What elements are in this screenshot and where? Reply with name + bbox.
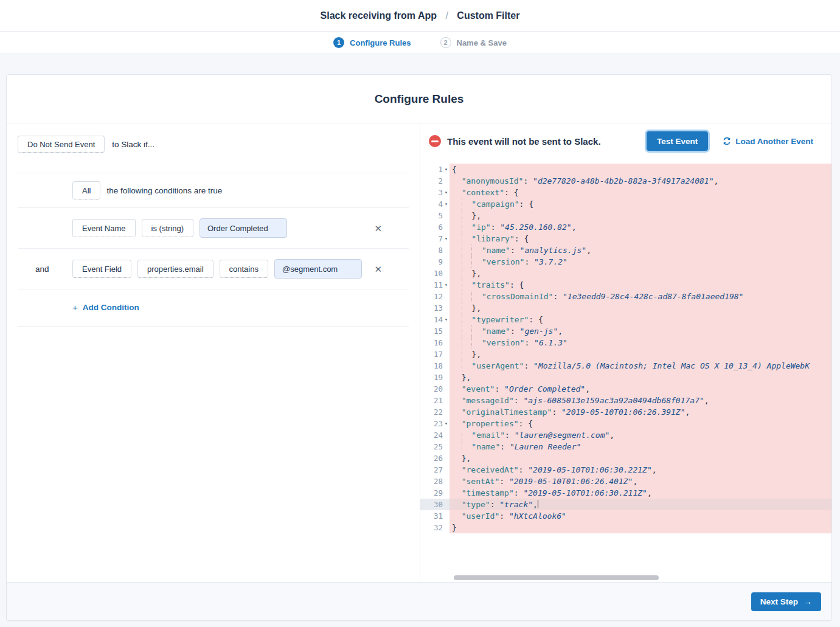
editor-line[interactable]: 1▾{ xyxy=(420,164,831,175)
code-line: { xyxy=(450,164,831,175)
line-number: 6 xyxy=(438,221,443,233)
fold-arrow-icon[interactable]: ▾ xyxy=(443,198,450,210)
code-line: "name": "gen-js", xyxy=(450,325,831,337)
card-footer: Next Step → xyxy=(7,582,831,620)
editor-line[interactable]: 15 "name": "gen-js", xyxy=(420,325,831,337)
step-2-circle: 2 xyxy=(440,37,451,48)
condition-2-operator-dropdown[interactable]: contains xyxy=(220,260,268,278)
editor-line[interactable]: 14▾ "typewriter": { xyxy=(420,314,831,325)
line-number: 31 xyxy=(434,510,443,522)
condition-2-remove-button[interactable]: ✕ xyxy=(373,263,383,275)
arrow-right-icon: → xyxy=(804,597,812,606)
condition-1-operator-dropdown[interactable]: is (string) xyxy=(142,219,193,237)
editor-line[interactable]: 21 "messageId": "ajs-6085013e159ac3a92a0… xyxy=(420,395,831,406)
fold-arrow-icon[interactable]: ▾ xyxy=(443,164,450,175)
text-cursor xyxy=(538,500,538,508)
code-line: "event": "Order Completed", xyxy=(450,383,831,395)
editor-line[interactable]: 13 }, xyxy=(420,302,831,314)
editor-line[interactable]: 8 "name": "analytics.js", xyxy=(420,244,831,256)
step-indicator-bar: 1 Configure Rules 2 Name & Save xyxy=(0,32,840,54)
editor-line[interactable]: 3▾ "context": { xyxy=(420,187,831,198)
step-configure-rules[interactable]: 1 Configure Rules xyxy=(333,37,411,48)
editor-line[interactable]: 23▾ "properties": { xyxy=(420,418,831,429)
fold-arrow-icon[interactable]: ▾ xyxy=(443,279,450,291)
fold-arrow-icon[interactable]: ▾ xyxy=(443,418,450,429)
editor-line[interactable]: 28 "sentAt": "2019-05-10T01:06:26.401Z", xyxy=(420,476,831,487)
editor-line[interactable]: 30 "type": "track", xyxy=(420,499,831,510)
code-line: }, xyxy=(450,452,831,464)
event-preview-panel: This event will not be sent to Slack. Te… xyxy=(420,123,831,582)
fold-arrow-icon[interactable]: ▾ xyxy=(443,233,450,244)
condition-1-value-input[interactable] xyxy=(200,218,287,238)
line-number: 30 xyxy=(434,499,443,510)
add-condition-button[interactable]: + Add Condition xyxy=(72,302,139,313)
editor-line[interactable]: 16 "version": "6.1.3" xyxy=(420,337,831,348)
editor-line[interactable]: 24 "email": "lauren@segment.com", xyxy=(420,429,831,441)
fold-arrow-icon[interactable]: ▾ xyxy=(443,187,450,198)
top-header-bar: Slack receiving from App / Custom Filter xyxy=(0,0,840,32)
code-line: "originalTimestamp": "2019-05-10T01:06:2… xyxy=(450,406,831,418)
code-line: }, xyxy=(450,210,831,221)
condition-row-2: and Event Field properties.email contain… xyxy=(18,248,409,289)
code-line: }, xyxy=(450,268,831,279)
line-number: 9 xyxy=(438,256,443,268)
card-title: Configure Rules xyxy=(7,75,831,123)
load-another-event-link[interactable]: Load Another Event xyxy=(723,137,813,146)
breadcrumb: Slack receiving from App / Custom Filter xyxy=(321,10,520,21)
line-number: 13 xyxy=(434,302,443,314)
line-number: 17 xyxy=(434,348,443,360)
line-number: 28 xyxy=(434,476,443,487)
line-number: 19 xyxy=(434,372,443,383)
condition-1-type-dropdown[interactable]: Event Name xyxy=(72,219,136,237)
filter-action-dropdown[interactable]: Do Not Send Event xyxy=(18,136,105,153)
load-another-event-label: Load Another Event xyxy=(735,137,813,146)
condition-2-field-dropdown[interactable]: properties.email xyxy=(137,260,213,278)
editor-line[interactable]: 18 "userAgent": "Mozilla/5.0 (Macintosh;… xyxy=(420,360,831,372)
editor-line[interactable]: 32} xyxy=(420,522,831,533)
editor-line[interactable]: 19 }, xyxy=(420,372,831,383)
line-number: 15 xyxy=(434,325,443,337)
line-number: 29 xyxy=(434,487,443,499)
editor-line[interactable]: 27 "receivedAt": "2019-05-10T01:06:30.22… xyxy=(420,464,831,476)
editor-line[interactable]: 20 "event": "Order Completed", xyxy=(420,383,831,395)
editor-line[interactable]: 10 }, xyxy=(420,268,831,279)
condition-2-value-input[interactable] xyxy=(274,259,362,279)
editor-line[interactable]: 12 "crossDomainId": "1e3eedd9-28c4-428c-… xyxy=(420,291,831,302)
editor-line[interactable]: 22 "originalTimestamp": "2019-05-10T01:0… xyxy=(420,406,831,418)
code-line: "userAgent": "Mozilla/5.0 (Macintosh; In… xyxy=(450,360,831,372)
editor-line[interactable]: 11▾ "traits": { xyxy=(420,279,831,291)
editor-line[interactable]: 31 "userId": "hXtcAlook6" xyxy=(420,510,831,522)
fold-arrow-icon[interactable]: ▾ xyxy=(443,314,450,325)
editor-line[interactable]: 17 }, xyxy=(420,348,831,360)
editor-line[interactable]: 6 "ip": "45.250.160.82", xyxy=(420,221,831,233)
code-line: "campaign": { xyxy=(450,198,831,210)
editor-line[interactable]: 7▾ "library": { xyxy=(420,233,831,244)
line-number: 7 xyxy=(438,233,443,244)
condition-row-1: Event Name is (string) ✕ xyxy=(18,207,409,248)
code-line: "timestamp": "2019-05-10T01:06:30.211Z", xyxy=(450,487,831,499)
code-line: "version": "3.7.2" xyxy=(450,256,831,268)
horizontal-scrollbar-thumb[interactable] xyxy=(454,575,659,580)
minus-circle-icon xyxy=(429,135,441,147)
line-number: 23 xyxy=(434,418,443,429)
operator-dropdown[interactable]: All xyxy=(72,181,100,199)
editor-line[interactable]: 2 "anonymousId": "d2e77820-a48b-4b2b-882… xyxy=(420,175,831,187)
editor-line[interactable]: 4▾ "campaign": { xyxy=(420,198,831,210)
test-event-button[interactable]: Test Event xyxy=(647,131,708,151)
code-line: "ip": "45.250.160.82", xyxy=(450,221,831,233)
step-name-and-save[interactable]: 2 Name & Save xyxy=(440,37,507,48)
line-number: 24 xyxy=(434,429,443,441)
next-step-button[interactable]: Next Step → xyxy=(751,592,821,611)
editor-line[interactable]: 9 "version": "3.7.2" xyxy=(420,256,831,268)
editor-line[interactable]: 29 "timestamp": "2019-05-10T01:06:30.211… xyxy=(420,487,831,499)
condition-2-type-dropdown[interactable]: Event Field xyxy=(72,260,131,278)
editor-line[interactable]: 26 }, xyxy=(420,452,831,464)
condition-1-remove-button[interactable]: ✕ xyxy=(373,223,383,234)
step-1-label: Configure Rules xyxy=(350,38,411,47)
editor-line[interactable]: 25 "name": "Lauren Reeder" xyxy=(420,441,831,452)
code-line: }, xyxy=(450,302,831,314)
line-number: 22 xyxy=(434,406,443,418)
editor-line[interactable]: 5 }, xyxy=(420,210,831,221)
json-event-editor[interactable]: 1▾{2 "anonymousId": "d2e77820-a48b-4b2b-… xyxy=(420,164,831,582)
filter-builder-panel: Do Not Send Event to Slack if... All the… xyxy=(7,123,420,582)
